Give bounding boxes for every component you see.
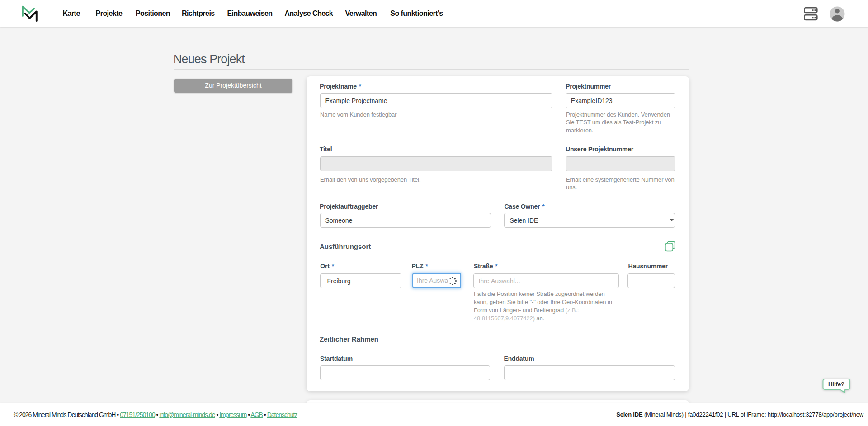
svg-text:Hilfe?: Hilfe?	[828, 381, 844, 388]
